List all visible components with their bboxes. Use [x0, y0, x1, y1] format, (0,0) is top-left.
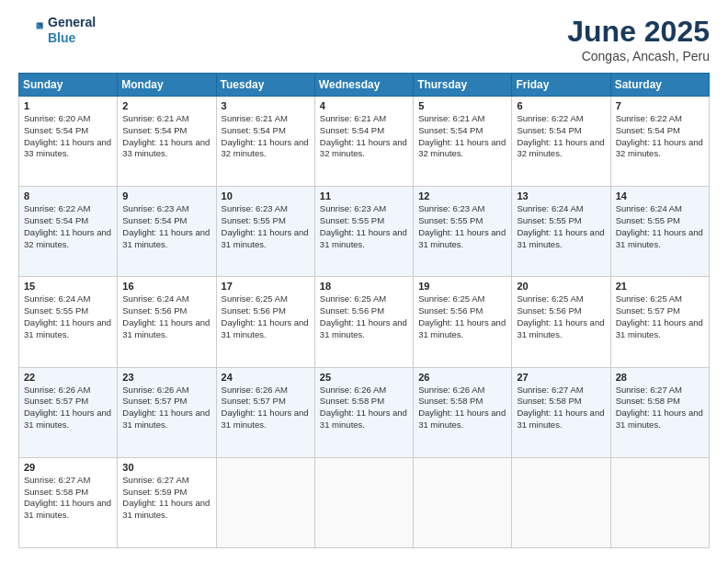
table-row: 15 Sunrise: 6:24 AM Sunset: 5:55 PM Dayl… [19, 277, 118, 367]
table-row: 4 Sunrise: 6:21 AM Sunset: 5:54 PM Dayli… [314, 97, 413, 187]
sunset-label: Sunset: 5:54 PM [24, 215, 88, 225]
sunrise-label: Sunrise: 6:23 AM [122, 203, 188, 213]
table-row: 7 Sunrise: 6:22 AM Sunset: 5:54 PM Dayli… [610, 97, 709, 187]
cell-content: Sunrise: 6:23 AM Sunset: 5:55 PM Dayligh… [222, 203, 310, 250]
cell-content: Sunrise: 6:23 AM Sunset: 5:55 PM Dayligh… [418, 203, 506, 250]
day-number: 27 [517, 372, 605, 383]
sunrise-label: Sunrise: 6:25 AM [517, 293, 583, 304]
daylight-label: Daylight: 11 hours and 32 minutes. [24, 227, 111, 249]
cell-content: Sunrise: 6:27 AM Sunset: 5:59 PM Dayligh… [122, 475, 210, 522]
sunrise-label: Sunrise: 6:21 AM [418, 113, 484, 123]
table-row: 5 Sunrise: 6:21 AM Sunset: 5:54 PM Dayli… [414, 97, 512, 187]
daylight-label: Daylight: 11 hours and 31 minutes. [122, 408, 210, 430]
day-number: 9 [122, 190, 210, 201]
day-number: 14 [616, 190, 704, 201]
table-row: 26 Sunrise: 6:26 AM Sunset: 5:58 PM Dayl… [414, 367, 512, 457]
logo-line2: Blue [48, 30, 96, 46]
cell-content: Sunrise: 6:22 AM Sunset: 5:54 PM Dayligh… [24, 203, 112, 250]
sunset-label: Sunset: 5:54 PM [616, 125, 680, 135]
cell-content: Sunrise: 6:24 AM Sunset: 5:55 PM Dayligh… [517, 203, 605, 250]
col-friday: Friday [512, 74, 610, 97]
table-row: 30 Sunrise: 6:27 AM Sunset: 5:59 PM Dayl… [118, 457, 216, 547]
sunset-label: Sunset: 5:54 PM [517, 125, 581, 135]
page: General Blue June 2025 Congas, Ancash, P… [0, 0, 728, 563]
table-row: 23 Sunrise: 6:26 AM Sunset: 5:57 PM Dayl… [118, 367, 216, 457]
table-row: 16 Sunrise: 6:24 AM Sunset: 5:56 PM Dayl… [118, 277, 216, 367]
day-number: 11 [320, 190, 408, 201]
daylight-label: Daylight: 11 hours and 31 minutes. [122, 498, 210, 520]
day-number: 28 [616, 372, 704, 383]
cell-content: Sunrise: 6:25 AM Sunset: 5:56 PM Dayligh… [517, 293, 605, 340]
daylight-label: Daylight: 11 hours and 31 minutes. [616, 227, 703, 249]
day-number: 7 [616, 100, 704, 111]
sunset-label: Sunset: 5:57 PM [222, 396, 286, 406]
day-number: 25 [320, 372, 408, 383]
empty-cell [610, 457, 709, 547]
cell-content: Sunrise: 6:25 AM Sunset: 5:56 PM Dayligh… [418, 293, 506, 340]
sunrise-label: Sunrise: 6:21 AM [222, 113, 288, 123]
daylight-label: Daylight: 11 hours and 31 minutes. [122, 227, 210, 249]
table-row: 19 Sunrise: 6:25 AM Sunset: 5:56 PM Dayl… [414, 277, 512, 367]
day-number: 23 [122, 372, 210, 383]
cell-content: Sunrise: 6:26 AM Sunset: 5:58 PM Dayligh… [320, 385, 408, 431]
day-number: 3 [222, 100, 310, 111]
table-row: 28 Sunrise: 6:27 AM Sunset: 5:58 PM Dayl… [610, 367, 709, 457]
sunset-label: Sunset: 5:58 PM [517, 396, 581, 406]
day-number: 20 [517, 281, 605, 292]
daylight-label: Daylight: 11 hours and 32 minutes. [616, 137, 703, 159]
logo-text: General Blue [48, 15, 96, 46]
table-row: 20 Sunrise: 6:25 AM Sunset: 5:56 PM Dayl… [512, 277, 610, 367]
daylight-label: Daylight: 11 hours and 31 minutes. [418, 227, 506, 249]
cell-content: Sunrise: 6:23 AM Sunset: 5:55 PM Dayligh… [320, 203, 408, 250]
daylight-label: Daylight: 11 hours and 31 minutes. [517, 408, 604, 430]
cell-content: Sunrise: 6:27 AM Sunset: 5:58 PM Dayligh… [517, 385, 605, 431]
col-tuesday: Tuesday [216, 74, 314, 97]
cell-content: Sunrise: 6:23 AM Sunset: 5:54 PM Dayligh… [122, 203, 210, 250]
day-number: 29 [24, 462, 112, 473]
table-row: 3 Sunrise: 6:21 AM Sunset: 5:54 PM Dayli… [216, 97, 314, 187]
table-row: 6 Sunrise: 6:22 AM Sunset: 5:54 PM Dayli… [512, 97, 610, 187]
table-row: 11 Sunrise: 6:23 AM Sunset: 5:55 PM Dayl… [314, 187, 413, 277]
col-sunday: Sunday [19, 74, 118, 97]
daylight-label: Daylight: 11 hours and 31 minutes. [320, 317, 407, 339]
sunrise-label: Sunrise: 6:21 AM [122, 113, 188, 123]
table-row: 21 Sunrise: 6:25 AM Sunset: 5:57 PM Dayl… [610, 277, 709, 367]
sunset-label: Sunset: 5:54 PM [222, 125, 286, 135]
table-row: 24 Sunrise: 6:26 AM Sunset: 5:57 PM Dayl… [216, 367, 314, 457]
daylight-label: Daylight: 11 hours and 32 minutes. [418, 137, 506, 159]
daylight-label: Daylight: 11 hours and 31 minutes. [24, 498, 111, 520]
sunset-label: Sunset: 5:55 PM [418, 215, 483, 225]
cell-content: Sunrise: 6:22 AM Sunset: 5:54 PM Dayligh… [517, 113, 605, 160]
day-number: 26 [418, 372, 506, 383]
daylight-label: Daylight: 11 hours and 31 minutes. [418, 317, 506, 339]
cell-content: Sunrise: 6:22 AM Sunset: 5:54 PM Dayligh… [616, 113, 704, 160]
calendar-header-row: Sunday Monday Tuesday Wednesday Thursday… [19, 74, 710, 97]
sunrise-label: Sunrise: 6:24 AM [24, 293, 90, 304]
table-row: 1 Sunrise: 6:20 AM Sunset: 5:54 PM Dayli… [19, 97, 118, 187]
sunset-label: Sunset: 5:58 PM [616, 396, 680, 406]
sunset-label: Sunset: 5:54 PM [418, 125, 483, 135]
cell-content: Sunrise: 6:26 AM Sunset: 5:58 PM Dayligh… [418, 385, 506, 431]
sunset-label: Sunset: 5:56 PM [320, 305, 384, 316]
sunrise-label: Sunrise: 6:22 AM [616, 113, 682, 123]
cell-content: Sunrise: 6:21 AM Sunset: 5:54 PM Dayligh… [122, 113, 210, 160]
daylight-label: Daylight: 11 hours and 31 minutes. [418, 408, 506, 430]
table-row: 9 Sunrise: 6:23 AM Sunset: 5:54 PM Dayli… [118, 187, 216, 277]
sunset-label: Sunset: 5:58 PM [24, 487, 88, 497]
daylight-label: Daylight: 11 hours and 31 minutes. [24, 317, 111, 339]
table-row: 17 Sunrise: 6:25 AM Sunset: 5:56 PM Dayl… [216, 277, 314, 367]
sunset-label: Sunset: 5:55 PM [517, 215, 581, 225]
table-row: 10 Sunrise: 6:23 AM Sunset: 5:55 PM Dayl… [216, 187, 314, 277]
sunrise-label: Sunrise: 6:24 AM [122, 293, 188, 304]
table-row: 18 Sunrise: 6:25 AM Sunset: 5:56 PM Dayl… [314, 277, 413, 367]
day-number: 21 [616, 281, 704, 292]
daylight-label: Daylight: 11 hours and 33 minutes. [24, 137, 111, 159]
daylight-label: Daylight: 11 hours and 31 minutes. [320, 408, 407, 430]
sunrise-label: Sunrise: 6:23 AM [418, 203, 484, 213]
svg-rect-0 [18, 17, 44, 43]
sunset-label: Sunset: 5:56 PM [517, 305, 581, 316]
table-row: 29 Sunrise: 6:27 AM Sunset: 5:58 PM Dayl… [19, 457, 118, 547]
daylight-label: Daylight: 11 hours and 32 minutes. [222, 137, 309, 159]
cell-content: Sunrise: 6:24 AM Sunset: 5:55 PM Dayligh… [616, 203, 704, 250]
title-block: June 2025 Congas, Ancash, Peru [567, 15, 710, 63]
